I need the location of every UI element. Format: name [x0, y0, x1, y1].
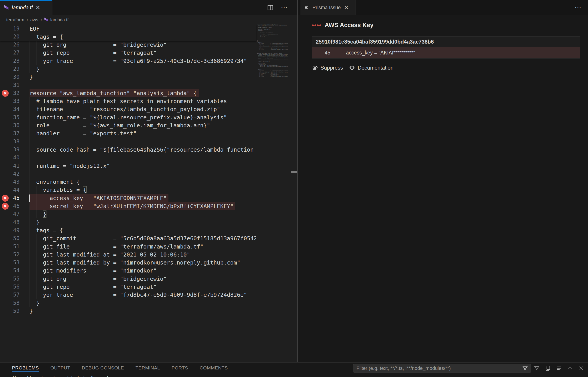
code-line-46[interactable]: ✕46 secret_key = "wJalrXUtnFEMI/K7MDENG/… — [0, 202, 256, 210]
bottom-tab-terminal[interactable]: TERMINAL — [136, 363, 160, 373]
code-line-42[interactable]: 42 — [0, 170, 256, 178]
code-line-40[interactable]: 40 — [0, 153, 256, 162]
code-line-50[interactable]: 50 git_commit = "5c6b5d60a8aa63a5d37e60f… — [0, 234, 256, 243]
code-line-43[interactable]: 43 environment { — [0, 178, 256, 186]
bottom-tab-ports[interactable]: PORTS — [172, 363, 188, 373]
bottom-tab-output[interactable]: OUTPUT — [50, 363, 70, 373]
code-line-37[interactable]: 37 handler = "exports.test" — [0, 129, 256, 138]
line-number[interactable]: 19 — [8, 25, 20, 33]
code-line-30[interactable]: 30} — [0, 73, 256, 81]
bottom-tab-debug-console[interactable]: DEBUG CONSOLE — [82, 363, 124, 373]
line-number[interactable]: 36 — [8, 121, 20, 130]
line-number[interactable]: 38 — [8, 138, 20, 146]
code-line-44[interactable]: 44 variables = { — [0, 186, 256, 194]
view-as-list-icon[interactable] — [556, 365, 562, 371]
line-number[interactable]: 53 — [8, 259, 20, 267]
documentation-button[interactable]: Documentation — [349, 65, 393, 71]
code-line-45[interactable]: ✕45 access_key = "AKIAIOSFODNN7EXAMPLE" — [0, 194, 256, 202]
code-line-20[interactable]: 20 tags = { — [0, 33, 256, 41]
bottom-tab-comments[interactable]: COMMENTS — [200, 363, 228, 373]
line-number[interactable]: 20 — [8, 33, 20, 41]
editor-scrollbar[interactable] — [291, 15, 297, 362]
line-number[interactable]: 37 — [8, 129, 20, 138]
maximize-panel-icon[interactable] — [567, 365, 573, 371]
close-tab-icon[interactable]: ✕ — [35, 5, 40, 11]
code-line-26[interactable]: 26 git_org = "bridgecrewio" — [0, 41, 256, 49]
line-number[interactable]: 51 — [8, 243, 20, 251]
line-number[interactable]: 52 — [8, 250, 20, 259]
code-line-27[interactable]: 27 git_repo = "terragoat" — [0, 49, 256, 57]
close-panel-icon[interactable] — [578, 365, 584, 371]
panel-more-actions-icon[interactable]: ⋯ — [575, 6, 582, 9]
code-line-19[interactable]: 19EOF — [0, 25, 256, 33]
code-line-36[interactable]: 36 role = "${aws_iam_role.iam_for_lambda… — [0, 121, 256, 130]
line-number[interactable]: 47 — [8, 210, 20, 218]
code-line-52[interactable]: 52 git_last_modified_at = "2021-05-02 10… — [0, 250, 256, 259]
filter-icon[interactable] — [534, 365, 540, 371]
line-number[interactable]: 45 — [8, 194, 20, 202]
split-editor-icon[interactable] — [267, 5, 273, 11]
copy-icon[interactable] — [545, 365, 551, 371]
breadcrumb-item-terraform[interactable]: terraform — [6, 17, 24, 23]
line-number[interactable]: 26 — [8, 41, 20, 49]
line-number[interactable]: 46 — [8, 202, 20, 210]
code-line-38[interactable]: 38 — [0, 138, 256, 146]
code-line-51[interactable]: 51 git_file = "terraform/aws/lambda.tf" — [0, 243, 256, 251]
code-editor[interactable]: 26 git_org = "bridgecrewio"27 git_repo =… — [0, 24, 291, 362]
code-line-28[interactable]: 28 yor_trace = "93cfa6f9-a257-40c3-b7dc-… — [0, 57, 256, 65]
line-number[interactable]: 41 — [8, 162, 20, 170]
code-line-59[interactable]: 59} — [0, 307, 256, 315]
error-icon[interactable]: ✕ — [2, 195, 9, 202]
error-icon[interactable]: ✕ — [2, 90, 9, 97]
line-number[interactable]: 59 — [8, 307, 20, 315]
code-line-49[interactable]: 49 tags = { — [0, 226, 256, 235]
line-number[interactable]: 28 — [8, 57, 20, 65]
code-line-56[interactable]: 56 git_repo = "terragoat" — [0, 283, 256, 291]
line-number[interactable]: 54 — [8, 267, 20, 275]
code-line-53[interactable]: 53 git_last_modified_by = "nimrodkor@use… — [0, 259, 256, 267]
line-number[interactable]: 44 — [8, 186, 20, 194]
sticky-scroll[interactable]: 19EOF20 tags = { — [0, 24, 256, 41]
problems-filter-input[interactable] — [353, 364, 531, 373]
line-number[interactable]: 31 — [8, 81, 20, 89]
breadcrumb-item-aws[interactable]: aws — [30, 17, 38, 23]
code-line-55[interactable]: 55 git_org = "bridgecrewio" — [0, 275, 256, 283]
code-line-41[interactable]: 41 runtime = "nodejs12.x" — [0, 162, 256, 170]
line-number[interactable]: 43 — [8, 178, 20, 186]
code-line-39[interactable]: 39 source_code_hash = "${filebase64sha25… — [0, 146, 256, 154]
line-number[interactable]: 34 — [8, 105, 20, 113]
code-line-32[interactable]: ✕32resource "aws_lambda_function" "analy… — [0, 89, 256, 97]
code-line-48[interactable]: 48 } — [0, 218, 256, 226]
line-number[interactable]: 56 — [8, 283, 20, 291]
error-icon[interactable]: ✕ — [2, 203, 9, 210]
line-number[interactable]: 55 — [8, 275, 20, 283]
line-number[interactable]: 40 — [8, 153, 20, 162]
issue-code-row[interactable]: 45 access_key = "AKIAI**********" — [312, 47, 580, 58]
minimap[interactable]: resource "aws_iam_role" "iam_for_lambda"… — [257, 24, 288, 98]
code-line-35[interactable]: 35 function_name = "${local.resource_pre… — [0, 113, 256, 122]
line-number[interactable]: 57 — [8, 291, 20, 299]
line-number[interactable]: 39 — [8, 146, 20, 154]
line-number[interactable]: 58 — [8, 299, 20, 307]
code-line-33[interactable]: 33 # lambda have plain text secrets in e… — [0, 97, 256, 105]
line-number[interactable]: 49 — [8, 226, 20, 235]
code-line-58[interactable]: 58 } — [0, 299, 256, 307]
tab-lambda-tf[interactable]: lambda.tf ✕ — [0, 0, 52, 15]
code-line-57[interactable]: 57 yor_trace = "f7d8bc47-e5d9-4b09-9d8f-… — [0, 291, 256, 299]
breadcrumb-item-lambda-tf[interactable]: lambda.tf — [44, 17, 69, 23]
line-number[interactable]: 30 — [8, 73, 20, 81]
line-number[interactable]: 35 — [8, 113, 20, 122]
close-panel-tab-icon[interactable]: ✕ — [344, 5, 349, 11]
code-line-29[interactable]: 29 } — [0, 65, 256, 73]
code-line-31[interactable]: 31 — [0, 81, 256, 89]
line-number[interactable]: 48 — [8, 218, 20, 226]
sash-handle[interactable] — [291, 171, 298, 173]
line-number[interactable]: 27 — [8, 49, 20, 57]
suppress-button[interactable]: Suppress — [312, 65, 343, 71]
code-line-47[interactable]: 47 } — [0, 210, 256, 218]
filter-funnel-icon[interactable] — [522, 365, 528, 371]
line-number[interactable]: 33 — [8, 97, 20, 105]
code-line-34[interactable]: 34 filename = "resources/lambda_function… — [0, 105, 256, 113]
line-number[interactable]: 50 — [8, 234, 20, 243]
bottom-tab-problems[interactable]: PROBLEMS — [12, 363, 39, 373]
